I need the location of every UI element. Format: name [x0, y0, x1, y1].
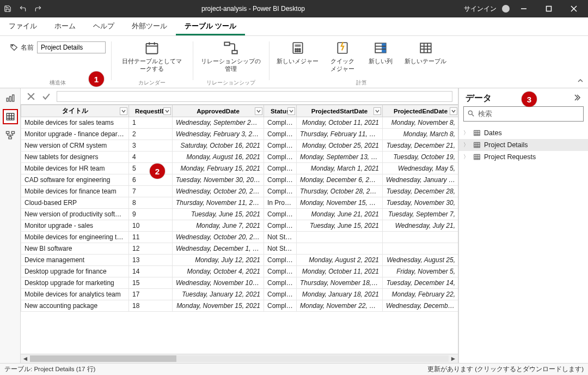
undo-icon[interactable]	[19, 4, 27, 13]
table-row[interactable]: Monitor upgrade - finance department2Wed…	[21, 129, 458, 140]
table-row[interactable]: Mobile devices for HR team5Monday, Febru…	[21, 163, 458, 174]
cell-status[interactable]: Completed	[264, 209, 297, 220]
cell-pstart[interactable]: Monday, December 6, 2021	[297, 174, 383, 186]
table-row[interactable]: New accounting package18Monday, November…	[21, 300, 458, 312]
cell-approved[interactable]: Wednesday, October 20, 2021	[173, 186, 264, 197]
cell-status[interactable]: Not Started	[264, 243, 297, 255]
cell-status[interactable]: Completed	[264, 255, 297, 266]
cell-status[interactable]: Completed	[264, 140, 297, 152]
tab-external-tools[interactable]: 外部ツール	[123, 17, 176, 35]
cell-approved[interactable]: Wednesday, December 1, 2021	[173, 243, 264, 255]
cell-pend[interactable]: Wednesday, December 29,	[383, 300, 458, 312]
cell-req[interactable]: 11	[129, 232, 173, 243]
cell-pend[interactable]: Tuesday, September 7,	[383, 209, 458, 220]
sign-in-label[interactable]: サインイン	[464, 4, 497, 14]
tab-home[interactable]: ホーム	[46, 17, 84, 35]
cell-pend[interactable]	[383, 232, 458, 243]
cell-title[interactable]: Cloud-based ERP	[21, 197, 129, 209]
filter-dropdown-icon[interactable]	[373, 107, 381, 115]
cell-pstart[interactable]: Monday, November 22, 2021	[297, 300, 383, 312]
cell-pstart[interactable]: Tuesday, June 15, 2021	[297, 220, 383, 232]
mark-as-date-table-button[interactable]: 日付テーブルとしてマークする	[120, 38, 184, 73]
cell-req[interactable]: 10	[129, 220, 173, 232]
cell-title[interactable]: New tablets for designers	[21, 152, 129, 163]
cell-title[interactable]: Desktop upgrade for finance	[21, 266, 129, 277]
cell-pstart[interactable]	[297, 243, 383, 255]
cell-req[interactable]: 18	[129, 300, 173, 312]
cell-approved[interactable]: Monday, October 4, 2021	[173, 266, 264, 277]
cell-title[interactable]: Device management	[21, 255, 129, 266]
scroll-right-icon[interactable]: ►	[449, 354, 458, 364]
cell-pend[interactable]	[383, 243, 458, 255]
ribbon-collapse-icon[interactable]	[577, 77, 584, 86]
cell-approved[interactable]: Tuesday, January 12, 2021	[173, 289, 264, 300]
filter-dropdown-icon[interactable]	[287, 107, 295, 115]
table-row[interactable]: Mobile devices for analytics team17Tuesd…	[21, 289, 458, 300]
model-view-button[interactable]	[3, 128, 18, 143]
cell-status[interactable]: Completed	[264, 186, 297, 197]
maximize-button[interactable]	[538, 0, 560, 17]
close-button[interactable]	[563, 0, 585, 17]
new-table-button[interactable]: 新しいテーブル	[402, 38, 449, 65]
cell-req[interactable]: 17	[129, 289, 173, 300]
table-row[interactable]: New tablets for designers4Monday, August…	[21, 152, 458, 163]
cell-req[interactable]: 15	[129, 277, 173, 289]
cell-req[interactable]: 8	[129, 197, 173, 209]
minimize-button[interactable]	[513, 0, 535, 17]
new-column-button[interactable]: 新しい列	[364, 38, 397, 65]
cell-pend[interactable]: Monday, November 8,	[383, 117, 458, 129]
cell-pstart[interactable]: Monday, November 15, 2021	[297, 197, 383, 209]
formula-input[interactable]	[57, 91, 452, 102]
cell-approved[interactable]: Monday, February 15, 2021	[173, 163, 264, 174]
filter-dropdown-icon[interactable]	[450, 107, 457, 115]
cell-pend[interactable]: Friday, November 5,	[383, 266, 458, 277]
cell-pstart[interactable]: Monday, October 25, 2021	[297, 140, 383, 152]
cell-approved[interactable]: Thursday, November 11, 2021	[173, 197, 264, 209]
filter-dropdown-icon[interactable]	[163, 107, 171, 115]
field-table-dates[interactable]: 〉Dates	[459, 127, 588, 139]
save-icon[interactable]	[3, 4, 12, 13]
table-row[interactable]: New version of CRM system3Saturday, Octo…	[21, 140, 458, 152]
filter-dropdown-icon[interactable]	[255, 107, 262, 115]
data-view-button[interactable]	[3, 109, 18, 124]
table-row[interactable]: CAD software for engineering6Tuesday, No…	[21, 174, 458, 186]
column-header-title[interactable]: タイトル	[21, 105, 129, 117]
quick-measure-button[interactable]: クイック メジャー	[326, 38, 359, 73]
cell-status[interactable]: Not Started	[264, 232, 297, 243]
cell-status[interactable]: Completed	[264, 220, 297, 232]
cell-approved[interactable]: Saturday, October 16, 2021	[173, 140, 264, 152]
table-row[interactable]: Mobile devices for finance team7Wednesda…	[21, 186, 458, 197]
cell-approved[interactable]: Monday, June 7, 2021	[173, 220, 264, 232]
cell-title[interactable]: Monitor upgrade - sales	[21, 220, 129, 232]
table-row[interactable]: Mobile devices for sales teams1Wednesday…	[21, 117, 458, 129]
table-name-input[interactable]	[37, 41, 106, 53]
cell-req[interactable]: 14	[129, 266, 173, 277]
tab-file[interactable]: ファイル	[0, 17, 46, 35]
cell-status[interactable]: Completed	[264, 152, 297, 163]
redo-icon[interactable]	[34, 4, 42, 13]
cell-status[interactable]: Completed	[264, 117, 297, 129]
cell-pstart[interactable]: Monday, June 21, 2021	[297, 209, 383, 220]
cell-status[interactable]: Completed	[264, 174, 297, 186]
cell-req[interactable]: 1	[129, 117, 173, 129]
cell-pend[interactable]: Tuesday, December 14,	[383, 277, 458, 289]
cell-approved[interactable]: Tuesday, June 15, 2021	[173, 209, 264, 220]
cell-status[interactable]: Completed	[264, 129, 297, 140]
cell-req[interactable]: 2	[129, 129, 173, 140]
manage-relationships-button[interactable]: リレーションシップの管理	[199, 38, 263, 73]
column-header-status[interactable]: Status	[264, 105, 297, 117]
cell-status[interactable]: In Progress	[264, 197, 297, 209]
cell-pstart[interactable]: Monday, January 18, 2021	[297, 289, 383, 300]
report-view-button[interactable]	[3, 90, 18, 106]
cell-title[interactable]: Mobile devices for sales teams	[21, 117, 129, 129]
scroll-left-icon[interactable]: ◄	[21, 354, 30, 364]
cell-title[interactable]: Mobile devices for HR team	[21, 163, 129, 174]
cell-title[interactable]: Mobile devices for engineering team	[21, 232, 129, 243]
cell-status[interactable]: Completed	[264, 289, 297, 300]
cell-pstart[interactable]: Thursday, November 18, 2021	[297, 277, 383, 289]
cell-title[interactable]: CAD software for engineering	[21, 174, 129, 186]
column-header-proj_end[interactable]: ProjectedEndDate	[383, 105, 458, 117]
cell-status[interactable]: Completed	[264, 277, 297, 289]
cell-pend[interactable]: Monday, February 22,	[383, 289, 458, 300]
cell-status[interactable]: Completed	[264, 300, 297, 312]
